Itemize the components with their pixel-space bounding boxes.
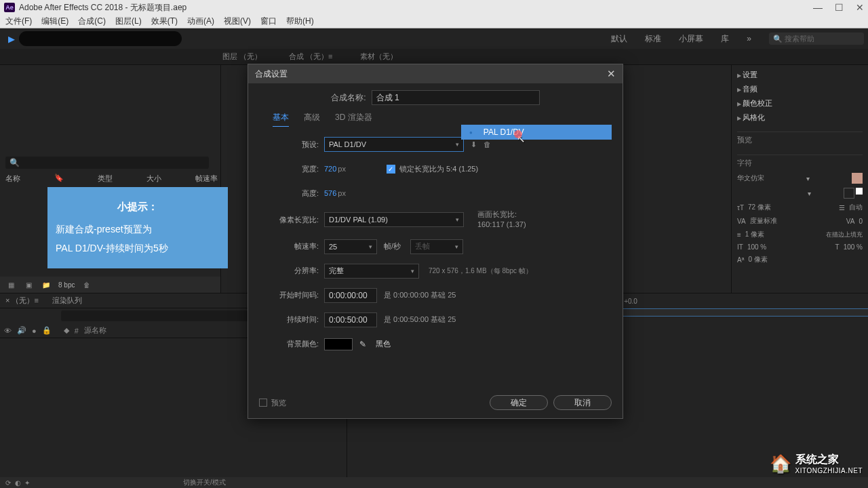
solo-icon[interactable]: ● bbox=[32, 327, 37, 335]
rp-item-presets[interactable]: 设置 bbox=[737, 68, 863, 82]
effects-panel: 设置 音频 颜色校正 风格化 预览 字符 华文仿宋 ▾ ▾ τT72 像素☰自动… bbox=[731, 65, 868, 293]
timeline-tab-render-queue[interactable]: 渲染队列 bbox=[52, 296, 82, 306]
tab-basic[interactable]: 基本 bbox=[273, 112, 289, 127]
comp-name-label: 合成名称: bbox=[331, 92, 371, 104]
selection-tool-icon[interactable]: ▶ bbox=[4, 31, 19, 46]
index-header: # bbox=[75, 327, 79, 335]
pv-zoom[interactable]: +0.0 bbox=[624, 298, 637, 305]
trash-icon[interactable]: 🗑 bbox=[81, 280, 92, 289]
preset-dropdown[interactable]: PAL D1/DV bbox=[324, 137, 464, 152]
new-comp-icon[interactable]: ▣ bbox=[23, 280, 34, 289]
interpret-icon[interactable]: ▦ bbox=[5, 280, 16, 289]
sb-icon[interactable]: ✦ bbox=[24, 479, 30, 487]
rp-item-color[interactable]: 颜色校正 bbox=[737, 96, 863, 110]
lock-icon[interactable]: 🔒 bbox=[42, 326, 52, 335]
lock-aspect-label: 锁定长宽比为 5:4 (1.25) bbox=[399, 164, 478, 174]
character-section: 字符 bbox=[737, 155, 863, 171]
menu-file[interactable]: 文件(F) bbox=[5, 16, 32, 27]
stroke-width-input[interactable]: 1 像素 bbox=[745, 230, 764, 239]
toggle-switches-button[interactable]: 切换开关/模式 bbox=[183, 478, 226, 487]
cancel-button[interactable]: 取消 bbox=[553, 395, 612, 410]
menu-effect[interactable]: 效果(T) bbox=[151, 16, 178, 27]
watermark-url: XITONGZHIJIA.NET bbox=[795, 467, 863, 474]
tab-3d-renderer[interactable]: 3D 渲染器 bbox=[335, 112, 372, 127]
width-input[interactable]: 720 bbox=[324, 165, 336, 173]
lock-aspect-checkbox[interactable]: ✓ bbox=[387, 165, 395, 174]
start-timecode-input[interactable] bbox=[324, 288, 377, 303]
menu-composition[interactable]: 合成(C) bbox=[78, 16, 106, 27]
rp-item-stylize[interactable]: 风格化 bbox=[737, 110, 863, 125]
tab-composition[interactable]: 合成 （无）≡ bbox=[289, 52, 332, 62]
leading-input[interactable]: 自动 bbox=[849, 203, 863, 212]
tab-advanced[interactable]: 高级 bbox=[304, 112, 320, 127]
col-name[interactable]: 名称 bbox=[5, 174, 20, 184]
preset-save-icon[interactable]: ⬇ bbox=[471, 140, 477, 149]
eye-icon[interactable]: 👁 bbox=[4, 327, 12, 335]
menu-help[interactable]: 帮助(H) bbox=[286, 16, 314, 27]
vscale-input[interactable]: 100 % bbox=[747, 243, 766, 251]
menu-window[interactable]: 窗口 bbox=[260, 16, 277, 27]
bw-swatch[interactable] bbox=[856, 188, 863, 195]
height-unit: px bbox=[338, 189, 346, 197]
menu-layer[interactable]: 图层(L) bbox=[115, 16, 142, 27]
label-icon[interactable]: ◆ bbox=[64, 326, 69, 335]
workspace-library[interactable]: 库 bbox=[721, 33, 729, 45]
bgcolor-swatch[interactable] bbox=[324, 338, 353, 350]
audio-icon[interactable]: 🔊 bbox=[17, 326, 26, 335]
par-dropdown[interactable]: D1/DV PAL (1.09) bbox=[324, 212, 464, 227]
resolution-dropdown[interactable]: 完整 bbox=[324, 264, 419, 279]
tab-layer[interactable]: 图层 （无） bbox=[222, 52, 262, 62]
preset-delete-icon[interactable]: 🗑 bbox=[484, 140, 491, 148]
menu-animation[interactable]: 动画(A) bbox=[187, 16, 214, 27]
source-name-header[interactable]: 源名称 bbox=[84, 325, 106, 336]
workspace-more-icon[interactable]: » bbox=[747, 34, 751, 43]
timeline-tab-none[interactable]: × （无）≡ bbox=[5, 296, 39, 306]
stroke-color-swatch[interactable] bbox=[844, 188, 854, 199]
workspace-standard[interactable]: 标准 bbox=[645, 33, 661, 45]
drop-frame-dropdown[interactable]: 丢帧 bbox=[410, 239, 463, 254]
stroke-width-icon: ≡ bbox=[737, 231, 741, 239]
dialog-close-button[interactable]: ✕ bbox=[607, 68, 616, 80]
menu-view[interactable]: 视图(V) bbox=[224, 16, 251, 27]
fill-color-swatch[interactable] bbox=[852, 173, 863, 184]
sb-icon[interactable]: ◐ bbox=[15, 479, 21, 487]
menu-edit[interactable]: 编辑(E) bbox=[41, 16, 68, 27]
duration-info: 是 0:00:50:00 基础 25 bbox=[384, 314, 456, 325]
fps-dropdown[interactable]: 25 bbox=[324, 239, 377, 254]
font-size-icon: τT bbox=[737, 204, 744, 211]
height-input[interactable]: 576 bbox=[324, 189, 336, 197]
new-folder-icon[interactable]: 📁 bbox=[41, 280, 52, 289]
eyedropper-icon[interactable]: ✎ bbox=[359, 340, 366, 349]
tracking-input[interactable]: 0 bbox=[859, 218, 863, 225]
stroke-option-dropdown[interactable]: 在描边上填充 bbox=[826, 230, 863, 239]
baseline-input[interactable]: 0 像素 bbox=[748, 255, 767, 264]
rp-item-audio[interactable]: 音频 bbox=[737, 82, 863, 96]
window-title: Adobe After Effects CC 2018 - 无标题项目.aep bbox=[19, 2, 813, 14]
search-help-input[interactable]: 🔍 搜索帮助 bbox=[769, 33, 864, 45]
ok-button[interactable]: 确定 bbox=[490, 395, 548, 410]
duration-input[interactable] bbox=[324, 312, 377, 327]
col-size[interactable]: 大小 bbox=[146, 174, 161, 184]
hscale-input[interactable]: 100 % bbox=[844, 243, 863, 251]
dialog-title: 合成设置 bbox=[255, 68, 288, 80]
project-search-input[interactable]: 🔍 bbox=[5, 157, 209, 169]
font-family-dropdown[interactable]: 华文仿宋 bbox=[737, 174, 764, 183]
col-fps[interactable]: 帧速率 bbox=[195, 174, 218, 184]
maximize-button[interactable]: ☐ bbox=[835, 2, 844, 13]
project-footer: ▦ ▣ 📁 8 bpc 🗑 bbox=[0, 277, 220, 293]
preview-checkbox[interactable] bbox=[259, 399, 267, 407]
bpc-button[interactable]: 8 bpc bbox=[58, 281, 75, 289]
workspace-small[interactable]: 小屏幕 bbox=[679, 33, 703, 45]
tab-footage[interactable]: 素材（无） bbox=[360, 52, 397, 62]
comp-name-input[interactable] bbox=[372, 90, 540, 105]
col-type[interactable]: 类型 bbox=[98, 174, 113, 184]
bgcolor-name: 黑色 bbox=[376, 339, 391, 349]
font-size-input[interactable]: 72 像素 bbox=[748, 203, 771, 212]
timeline-search-input[interactable] bbox=[61, 310, 251, 321]
kerning-input[interactable]: 度量标准 bbox=[750, 216, 777, 226]
workspace-default[interactable]: 默认 bbox=[611, 33, 627, 45]
preset-dropdown-item[interactable]: PAL D1/DV bbox=[461, 125, 612, 140]
sb-icon[interactable]: ⟳ bbox=[5, 479, 11, 487]
close-button[interactable]: ✕ bbox=[856, 2, 864, 13]
minimize-button[interactable]: — bbox=[813, 2, 823, 13]
